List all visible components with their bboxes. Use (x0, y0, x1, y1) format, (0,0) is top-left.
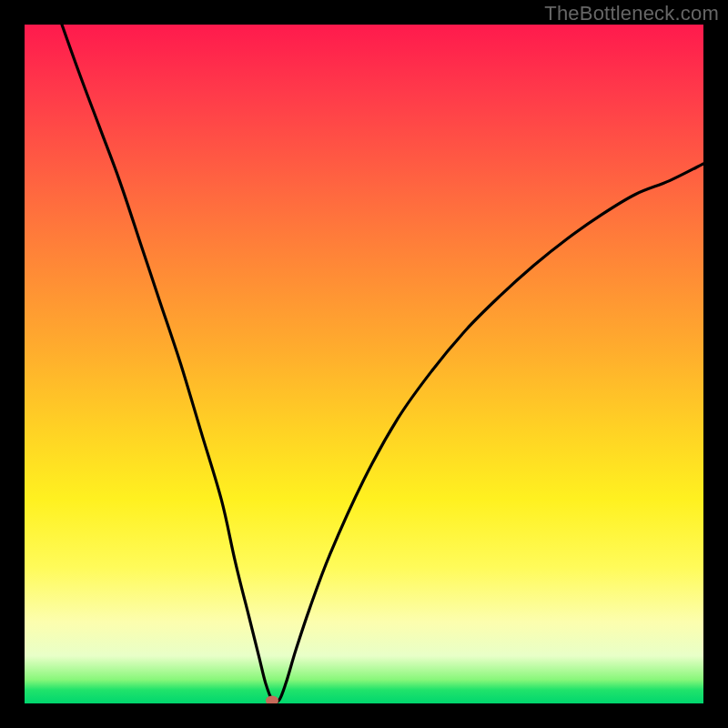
curve-path (62, 25, 703, 703)
chart-frame: TheBottleneck.com (0, 0, 728, 728)
minimum-marker (266, 696, 278, 704)
curve-svg (25, 25, 703, 703)
plot-area (25, 25, 703, 703)
watermark-text: TheBottleneck.com (544, 2, 719, 25)
